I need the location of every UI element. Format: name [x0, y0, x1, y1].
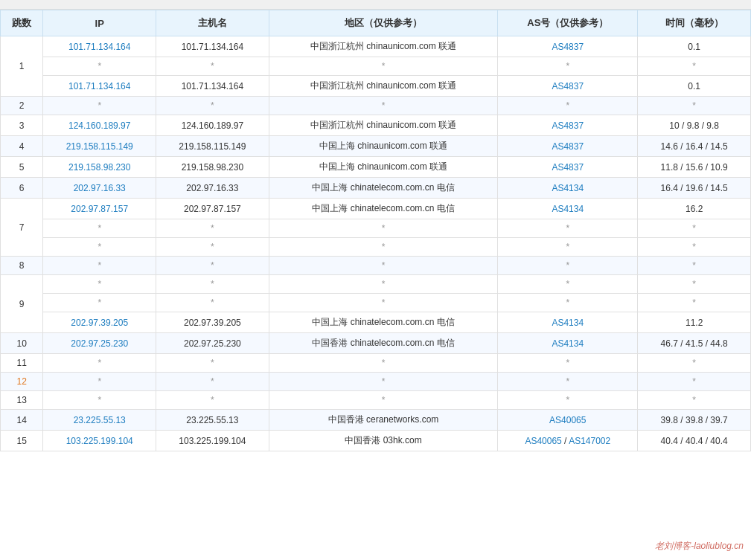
cell-as[interactable]: AS4837	[498, 157, 638, 178]
cell-time: *	[638, 373, 751, 391]
cell-ip[interactable]: 202.97.39.205	[43, 312, 156, 333]
cell-ip: *	[43, 373, 156, 391]
table-row: 2*****	[1, 97, 751, 115]
cell-ip[interactable]: 101.71.134.164	[43, 76, 156, 97]
cell-as[interactable]: AS40065 / AS147002	[498, 431, 638, 451]
hop-number: 9	[1, 275, 43, 333]
cell-as: *	[498, 354, 638, 373]
cell-time: 16.4 / 19.6 / 14.5	[638, 178, 751, 199]
cell-ip[interactable]: 219.158.98.230	[43, 157, 156, 178]
table-row: 3124.160.189.97124.160.189.97中国浙江杭州 chin…	[1, 115, 751, 136]
cell-ip[interactable]: 202.97.16.33	[43, 178, 156, 199]
cell-time: *	[638, 354, 751, 373]
cell-ip: *	[43, 257, 156, 275]
table-header-row: 跳数IP主机名地区（仅供参考）AS号（仅供参考）时间（毫秒）	[1, 10, 751, 36]
table-row: 12*****	[1, 373, 751, 391]
cell-ip[interactable]: 101.71.134.164	[43, 36, 156, 57]
cell-ip: *	[43, 219, 156, 238]
cell-time: *	[638, 97, 751, 115]
col-header-2: 主机名	[156, 10, 269, 36]
table-row: 4219.158.115.149219.158.115.149中国上海 chin…	[1, 136, 751, 157]
cell-region: *	[269, 391, 498, 410]
hop-number: 6	[1, 178, 43, 199]
table-row: 8*****	[1, 257, 751, 275]
traceroute-table: 跳数IP主机名地区（仅供参考）AS号（仅供参考）时间（毫秒） 1101.71.1…	[0, 10, 751, 451]
cell-hostname: 202.97.39.205	[156, 312, 269, 333]
cell-as[interactable]: AS4134	[498, 199, 638, 219]
hop-number: 1	[1, 36, 43, 97]
cell-hostname: *	[156, 275, 269, 294]
cell-as[interactable]: AS4837	[498, 36, 638, 57]
table-row: 11*****	[1, 354, 751, 373]
cell-time: *	[638, 238, 751, 257]
cell-region: *	[269, 238, 498, 257]
cell-ip: *	[43, 354, 156, 373]
hop-number: 8	[1, 257, 43, 275]
cell-region: 中国浙江杭州 chinaunicom.com 联通	[269, 76, 498, 97]
cell-hostname: *	[156, 57, 269, 76]
cell-ip[interactable]: 103.225.199.104	[43, 431, 156, 451]
cell-hostname: *	[156, 97, 269, 115]
cell-time: 0.1	[638, 36, 751, 57]
cell-ip[interactable]: 202.97.25.230	[43, 333, 156, 354]
cell-region: *	[269, 257, 498, 275]
hop-number: 7	[1, 199, 43, 257]
cell-as: *	[498, 275, 638, 294]
cell-as[interactable]: AS4837	[498, 136, 638, 157]
cell-ip[interactable]: 124.160.189.97	[43, 115, 156, 136]
cell-time: 0.1	[638, 76, 751, 97]
cell-time: 46.7 / 41.5 / 44.8	[638, 333, 751, 354]
cell-time: *	[638, 275, 751, 294]
cell-as[interactable]: AS4837	[498, 115, 638, 136]
cell-hostname: *	[156, 354, 269, 373]
cell-region: 中国香港 chinatelecom.com.cn 电信	[269, 333, 498, 354]
cell-region: 中国浙江杭州 chinaunicom.com 联通	[269, 115, 498, 136]
cell-as: *	[498, 97, 638, 115]
cell-ip[interactable]: 202.97.87.157	[43, 199, 156, 219]
hop-number: 14	[1, 410, 43, 431]
cell-ip[interactable]: 219.158.115.149	[43, 136, 156, 157]
cell-region: 中国上海 chinaunicom.com 联通	[269, 136, 498, 157]
table-row: 5219.158.98.230219.158.98.230中国上海 chinau…	[1, 157, 751, 178]
cell-time: 11.8 / 15.6 / 10.9	[638, 157, 751, 178]
cell-ip[interactable]: 23.225.55.13	[43, 410, 156, 431]
cell-hostname: 101.71.134.164	[156, 36, 269, 57]
cell-as: *	[498, 373, 638, 391]
cell-region: 中国上海 chinaunicom.com 联通	[269, 157, 498, 178]
hop-number: 13	[1, 391, 43, 410]
col-header-0: 跳数	[1, 10, 43, 36]
cell-hostname: *	[156, 391, 269, 410]
table-row: *****	[1, 294, 751, 312]
cell-time: *	[638, 219, 751, 238]
cell-region: 中国浙江杭州 chinaunicom.com 联通	[269, 36, 498, 57]
cell-hostname: 202.97.16.33	[156, 178, 269, 199]
col-header-1: IP	[43, 10, 156, 36]
hop-number: 4	[1, 136, 43, 157]
hop-number: 10	[1, 333, 43, 354]
cell-as: *	[498, 57, 638, 76]
cell-time: *	[638, 391, 751, 410]
table-row: 15103.225.199.104103.225.199.104中国香港 03h…	[1, 431, 751, 451]
cell-hostname: *	[156, 294, 269, 312]
cell-hostname: *	[156, 238, 269, 257]
cell-as[interactable]: AS4134	[498, 312, 638, 333]
cell-ip: *	[43, 275, 156, 294]
cell-region: 中国上海 chinatelecom.com.cn 电信	[269, 178, 498, 199]
table-row: 1101.71.134.164101.71.134.164中国浙江杭州 chin…	[1, 36, 751, 57]
cell-as[interactable]: AS4837	[498, 76, 638, 97]
cell-region: *	[269, 57, 498, 76]
table-row: *****	[1, 219, 751, 238]
table-row: 13*****	[1, 391, 751, 410]
table-row: 7202.97.87.157202.97.87.157中国上海 chinatel…	[1, 199, 751, 219]
cell-region: *	[269, 373, 498, 391]
cell-as[interactable]: AS4134	[498, 178, 638, 199]
cell-time: *	[638, 257, 751, 275]
cell-hostname: *	[156, 257, 269, 275]
cell-time: 11.2	[638, 312, 751, 333]
hop-number: 11	[1, 354, 43, 373]
cell-as[interactable]: AS40065	[498, 410, 638, 431]
cell-region: *	[269, 354, 498, 373]
cell-as[interactable]: AS4134	[498, 333, 638, 354]
cell-as: *	[498, 391, 638, 410]
cell-time: 40.4 / 40.4 / 40.4	[638, 431, 751, 451]
